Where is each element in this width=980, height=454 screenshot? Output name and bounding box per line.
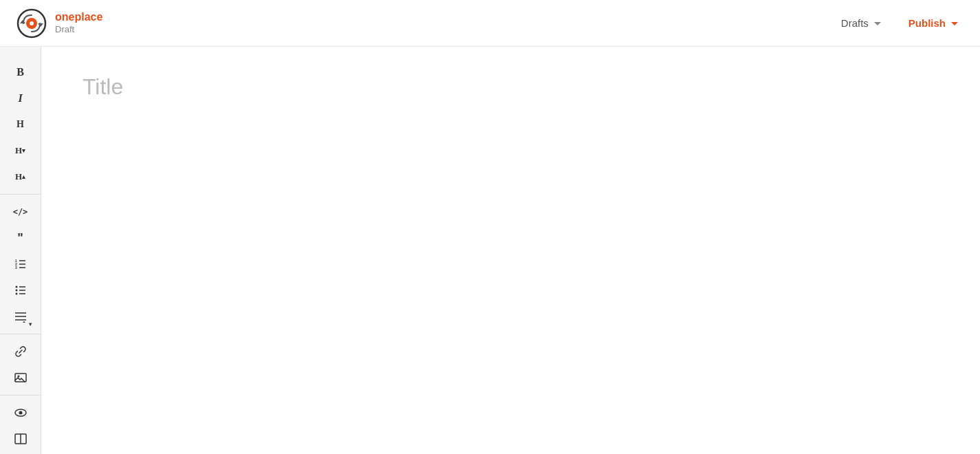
svg-point-22 [17, 376, 19, 378]
brand-info: oneplace Draft [55, 10, 102, 36]
image-button[interactable] [7, 365, 34, 390]
heading1-button[interactable]: H [7, 112, 34, 137]
svg-point-13 [15, 293, 17, 295]
svg-marker-4 [38, 23, 43, 27]
svg-marker-3 [20, 20, 25, 23]
header-left: oneplace Draft [17, 8, 102, 39]
svg-point-24 [19, 411, 22, 415]
drafts-chevron-icon [874, 22, 881, 25]
svg-point-11 [15, 286, 17, 288]
preview-button[interactable] [7, 400, 34, 425]
ordered-list-button[interactable]: 1 2 3 [7, 252, 34, 277]
drafts-button[interactable]: Drafts [836, 13, 886, 33]
header-right: Drafts Publish [836, 13, 963, 33]
editor-title[interactable]: Title [83, 74, 939, 109]
svg-point-12 [15, 290, 17, 292]
code-button[interactable]: </> [7, 199, 34, 224]
svg-rect-21 [15, 374, 26, 382]
svg-text:3: 3 [15, 266, 17, 270]
main-layout: B I H H▾ H▴ </> " 1 2 3 [0, 47, 980, 454]
insert-group [0, 334, 41, 396]
bold-button[interactable]: B [7, 60, 34, 85]
logo [17, 8, 47, 39]
sidebar-toolbar: B I H H▾ H▴ </> " 1 2 3 [0, 47, 41, 454]
publish-label: Publish [908, 17, 946, 29]
svg-marker-20 [22, 321, 26, 323]
link-button[interactable] [7, 339, 34, 364]
italic-button[interactable]: I [7, 86, 34, 111]
publish-button[interactable]: Publish [903, 13, 963, 33]
blocks-group: </> " 1 2 3 [0, 195, 41, 334]
header: oneplace Draft Drafts Publish [0, 0, 980, 47]
text-formatting-group: B I H H▾ H▴ [0, 55, 41, 195]
svg-point-2 [30, 21, 34, 25]
heading3-button[interactable]: H▴ [7, 164, 34, 189]
split-view-button[interactable] [7, 426, 34, 451]
view-group [0, 396, 41, 454]
align-button[interactable]: ▾ [7, 304, 34, 329]
drafts-label: Drafts [841, 17, 869, 29]
content-area: Title [41, 47, 980, 454]
publish-chevron-icon [951, 22, 958, 25]
blockquote-button[interactable]: " [7, 226, 34, 250]
brand-status: Draft [55, 24, 102, 36]
unordered-list-button[interactable] [7, 278, 34, 303]
brand-name: oneplace [55, 10, 102, 25]
heading2-button[interactable]: H▾ [7, 138, 34, 163]
